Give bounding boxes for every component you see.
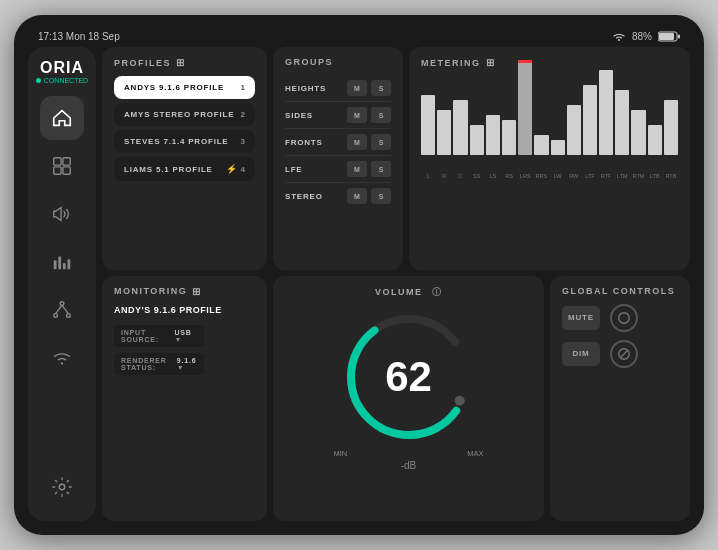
- meter-label-l: L: [421, 173, 435, 179]
- volume-panel: VOLUME ⓘ: [273, 276, 544, 521]
- tablet-frame: 17:13 Mon 18 Sep 88% ORIA: [14, 15, 704, 535]
- profile-num-4: 4: [241, 165, 245, 174]
- svg-point-19: [453, 394, 466, 407]
- volume-knob-wrap[interactable]: 62: [339, 307, 479, 447]
- bar-fill-ltb: [648, 125, 662, 155]
- stereo-m-btn[interactable]: M: [347, 188, 367, 204]
- status-bar: 17:13 Mon 18 Sep 88%: [24, 25, 694, 47]
- svg-rect-5: [54, 167, 61, 174]
- meter-bar-rw: [567, 60, 581, 155]
- battery-icon: [658, 31, 680, 42]
- bar-fill-rs: [502, 120, 516, 155]
- sidebar-item-equalizer[interactable]: [40, 240, 84, 284]
- meter-bar-ltb: [648, 60, 662, 155]
- profile-name-4: LIAMS 5.1 PROFILE: [124, 165, 213, 174]
- profile-list: ANDYS 9.1.6 PROFILE 1 AMYS STEREO PROFIL…: [114, 76, 255, 181]
- dim-row: DIM: [562, 340, 638, 368]
- meter-label-rtb: RTB: [664, 173, 678, 179]
- sidebar-item-speaker[interactable]: [40, 192, 84, 236]
- meter-container: LRCSSLSRSLRSRRSLWRWLTFRTFLTMRTMLTBRTB: [421, 76, 678, 186]
- input-source-row: INPUT SOURCE: USB ▼: [114, 325, 255, 347]
- wifi-sidebar-icon: [51, 347, 73, 369]
- sidebar-item-settings[interactable]: [40, 465, 84, 509]
- logo: ORIA CONNECTED: [36, 59, 88, 84]
- stereo-s-btn[interactable]: S: [371, 188, 391, 204]
- meter-bar-rrs: [534, 60, 548, 155]
- meter-label-r: R: [437, 173, 451, 179]
- bar-fill-rtm: [631, 110, 645, 155]
- groups-list: HEIGHTS M S SIDES M S: [285, 75, 391, 209]
- circle-icon: [617, 311, 631, 325]
- profile-item-3[interactable]: STEVES 7.1.4 PROFILE 3: [114, 130, 255, 153]
- svg-rect-6: [63, 167, 70, 174]
- sidebar-item-wifi[interactable]: [40, 336, 84, 380]
- svg-rect-4: [63, 158, 70, 165]
- meter-label-ls: LS: [486, 173, 500, 179]
- profile-item-4[interactable]: LIAMS 5.1 PROFILE ⚡ 4: [114, 157, 255, 181]
- profile-name-2: AMYS STEREO PROFILE: [124, 110, 234, 119]
- bar-fill-l: [421, 95, 435, 155]
- mute-button[interactable]: MUTE: [562, 306, 600, 330]
- mute-icon-btn[interactable]: [610, 304, 638, 332]
- lfe-m-btn[interactable]: M: [347, 161, 367, 177]
- profile-num-3: 3: [241, 137, 245, 146]
- dim-icon-btn[interactable]: [610, 340, 638, 368]
- svg-line-14: [56, 305, 62, 313]
- global-buttons: MUTE DIM: [562, 304, 678, 368]
- bar-fill-c: [453, 100, 467, 155]
- heights-m-btn[interactable]: M: [347, 80, 367, 96]
- bar-fill-rw: [567, 105, 581, 155]
- meter-labels: LRCSSLSRSLRSRRSLWRWLTFRTFLTMRTMLTBRTB: [421, 173, 678, 179]
- svg-point-13: [67, 314, 71, 318]
- main-content: ORIA CONNECTED: [24, 47, 694, 525]
- heights-s-btn[interactable]: S: [371, 80, 391, 96]
- profile-name-3: STEVES 7.1.4 PROFILE: [124, 137, 228, 146]
- profiles-link-icon[interactable]: ⊞: [176, 57, 186, 68]
- bar-fill-r: [437, 110, 451, 155]
- home-icon: [51, 107, 73, 129]
- status-indicators: 88%: [612, 31, 680, 42]
- profile-item-1[interactable]: ANDYS 9.1.6 PROFILE 1: [114, 76, 255, 99]
- sidebar-item-network[interactable]: [40, 288, 84, 332]
- content-area: PROFILES ⊞ ANDYS 9.1.6 PROFILE 1 AMYS ST…: [102, 47, 690, 521]
- lfe-s-btn[interactable]: S: [371, 161, 391, 177]
- monitoring-title: MONITORING ⊞: [114, 286, 255, 297]
- dim-button[interactable]: DIM: [562, 342, 600, 366]
- fronts-s-btn[interactable]: S: [371, 134, 391, 150]
- meter-label-rs: RS: [502, 173, 516, 179]
- svg-rect-2: [678, 34, 680, 38]
- profiles-title: PROFILES ⊞: [114, 57, 255, 68]
- groups-title: GROUPS: [285, 57, 391, 67]
- group-fronts-buttons: M S: [347, 134, 391, 150]
- fronts-m-btn[interactable]: M: [347, 134, 367, 150]
- sidebar-item-3d[interactable]: [40, 144, 84, 188]
- profile-name-1: ANDYS 9.1.6 PROFILE: [124, 83, 224, 92]
- sidebar-item-home[interactable]: [40, 96, 84, 140]
- meter-bar-r: [437, 60, 451, 155]
- sides-s-btn[interactable]: S: [371, 107, 391, 123]
- meter-bar-ltm: [615, 60, 629, 155]
- bar-fill-ltf: [583, 85, 597, 155]
- meter-label-rtm: RTM: [631, 173, 645, 179]
- volume-unit: -dB: [401, 460, 417, 471]
- meter-bar-rs: [502, 60, 516, 155]
- svg-point-11: [60, 302, 64, 306]
- group-lfe: LFE M S: [285, 156, 391, 183]
- meter-bar-ltf: [583, 60, 597, 155]
- profiles-panel: PROFILES ⊞ ANDYS 9.1.6 PROFILE 1 AMYS ST…: [102, 47, 267, 270]
- meter-bar-lrs: [518, 60, 532, 155]
- sides-m-btn[interactable]: M: [347, 107, 367, 123]
- monitoring-link-icon[interactable]: ⊞: [192, 286, 202, 297]
- bar-fill-lrs: [518, 60, 532, 155]
- profile-item-2[interactable]: AMYS STEREO PROFILE 2: [114, 103, 255, 126]
- bottom-panels: MONITORING ⊞ ANDY'S 9.1.6 PROFILE INPUT …: [102, 276, 690, 521]
- group-stereo: STEREO M S: [285, 183, 391, 209]
- bar-fill-rrs: [534, 135, 548, 155]
- bar-fill-rtf: [599, 70, 613, 155]
- meter-bar-rtb: [664, 60, 678, 155]
- groups-panel: GROUPS HEIGHTS M S SIDES: [273, 47, 403, 270]
- mute-row: MUTE: [562, 304, 638, 332]
- sidebar-nav: [40, 96, 84, 459]
- meter-bar-ls: [486, 60, 500, 155]
- bar-fill-lw: [551, 140, 565, 155]
